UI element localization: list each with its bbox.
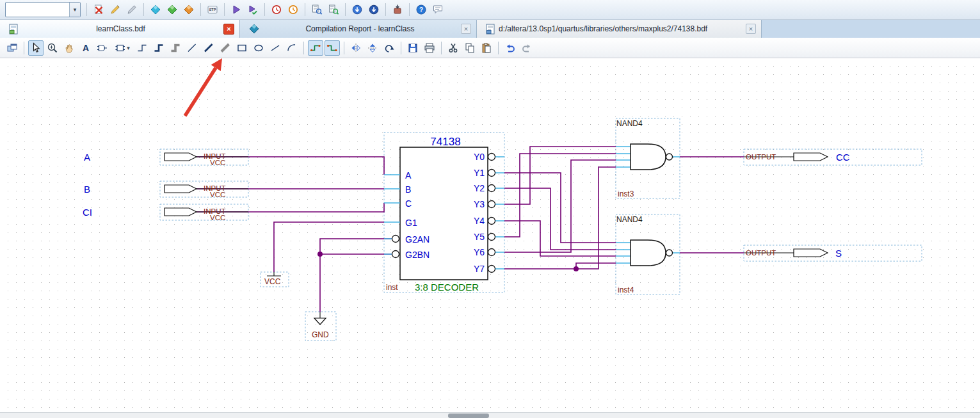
line-tool-button[interactable] [268, 40, 283, 56]
timequest-button[interactable] [269, 2, 284, 17]
diagonal-bus-tool-button[interactable] [201, 40, 216, 56]
stop-processing-button[interactable] [91, 2, 106, 17]
wire-y5[interactable] [504, 154, 616, 237]
fitter-tool-button[interactable] [181, 2, 197, 17]
pin-name-text: A [84, 152, 90, 163]
gate-type-text: NAND4 [616, 215, 643, 224]
comment-icon [432, 4, 444, 15]
analysis-tool-button[interactable] [165, 2, 180, 17]
toolbar-separator [200, 3, 201, 16]
programmer-button[interactable] [390, 2, 405, 17]
block-tool-dropdown-icon[interactable]: ▾ [127, 45, 130, 51]
nand-gate-body [631, 240, 666, 266]
flip-vertical-button[interactable] [365, 40, 380, 56]
nand4-inst4-symbol[interactable]: NAND4 inst4 [616, 215, 680, 294]
input-pin-ci[interactable]: INPUT VCC CI [83, 207, 248, 221]
rubberbanding-toggle-button[interactable] [308, 40, 323, 56]
selection-tool-button[interactable] [28, 40, 44, 56]
ellipse-tool-button[interactable] [251, 40, 266, 56]
pin-planner-icon [126, 4, 138, 15]
tab-close-button[interactable]: × [746, 24, 756, 34]
symbol-tool-button[interactable] [95, 40, 110, 56]
wire-y6[interactable] [504, 160, 616, 252]
bdf-document-icon [9, 24, 18, 35]
quartus-window: { "colors": { "wire": "#730073", "pin-te… [0, 0, 980, 418]
selection-tool-icon [30, 42, 42, 54]
diagonal-conduit-tool-button[interactable] [218, 40, 233, 56]
resource-combo[interactable]: ▾ [5, 2, 81, 17]
undo-button[interactable] [502, 40, 518, 56]
input-pin-a[interactable]: INPUT VCC A [84, 152, 248, 166]
toolbar-separator [441, 42, 442, 54]
nand4-inst3-symbol[interactable]: NAND4 inst3 [616, 119, 680, 198]
output-pin-cc[interactable]: OUTPUT CC [744, 152, 850, 163]
netlist-viewer-icon [311, 4, 323, 15]
combo-dropdown-icon[interactable]: ▾ [69, 3, 80, 17]
text-tool-button[interactable]: A [78, 40, 93, 56]
wire-y7[interactable] [504, 263, 616, 269]
help-button[interactable]: ? [414, 2, 429, 17]
technology-map-viewer-icon [328, 4, 339, 15]
rectangle-tool-button[interactable] [234, 40, 250, 56]
wire-y4[interactable] [504, 221, 616, 256]
copy-button[interactable] [462, 40, 478, 56]
wire-gnd-g2an[interactable] [320, 239, 392, 312]
wire-y2[interactable] [504, 188, 616, 250]
orthogonal-bus-tool-button[interactable] [151, 40, 166, 56]
tab-learnclass-bdf[interactable]: learnClass.bdf × [0, 20, 240, 38]
assignment-editor-button[interactable] [108, 2, 123, 17]
horizontal-scrollbar[interactable] [0, 412, 980, 418]
gnd-symbol[interactable]: GND [312, 312, 329, 339]
print-button[interactable] [422, 40, 437, 56]
instance-name-text: inst [386, 283, 398, 292]
bdf-document-icon [486, 24, 495, 35]
tab-close-button[interactable]: × [223, 24, 234, 35]
block-tool-button[interactable]: ▾ [111, 40, 133, 56]
arc-tool-button[interactable] [284, 40, 300, 56]
compiler-tool-button[interactable] [148, 2, 163, 17]
decoder-output-label: Y5 [474, 232, 485, 242]
timequest-wizard-button[interactable] [285, 2, 301, 17]
input-pin-b[interactable]: INPUT VCC B [84, 184, 248, 198]
horizontal-scrollbar-thumb[interactable] [448, 414, 489, 418]
detach-window-button[interactable] [4, 40, 20, 56]
signaltap-button[interactable]: STP [205, 2, 220, 17]
rtl-viewer-button[interactable] [349, 2, 365, 17]
pin-planner-button[interactable] [124, 2, 140, 17]
invert-bubble [392, 251, 399, 258]
tab-74138-bdf[interactable]: d:/altera/13.0sp1/quartus/libraries/othe… [477, 20, 762, 38]
comment-button[interactable] [430, 2, 446, 17]
programmer-icon [392, 4, 403, 15]
cut-button[interactable] [446, 40, 461, 56]
flip-horizontal-button[interactable] [348, 40, 364, 56]
start-compilation-button[interactable] [229, 2, 244, 17]
pan-tool-button[interactable] [61, 40, 77, 56]
vcc-symbol[interactable]: VCC [264, 272, 281, 286]
tab-compilation-report[interactable]: Compilation Report - learnClass × [240, 20, 477, 38]
diagonal-node-tool-button[interactable] [184, 40, 200, 56]
wire-y1[interactable] [504, 173, 616, 243]
wire-y7-branch[interactable] [576, 167, 616, 269]
orthogonal-node-tool-button[interactable] [134, 40, 150, 56]
toolbar-separator [143, 3, 144, 16]
output-pin-s[interactable]: OUTPUT S [744, 248, 842, 259]
toolbar-separator [401, 42, 401, 54]
zoom-tool-button[interactable] [45, 40, 60, 56]
decoder-output-label: Y1 [474, 168, 485, 178]
redo-button[interactable] [519, 40, 534, 56]
orthogonal-bus-tool-icon [153, 42, 165, 54]
wire-y3[interactable] [504, 147, 616, 204]
tab-close-button[interactable]: × [461, 24, 471, 34]
decoder-74138-symbol[interactable]: 74138 A B C G1 G2AN G2BN Y0 Y1 Y2 Y3 Y4 … [384, 136, 504, 293]
start-analysis-synthesis-button[interactable] [245, 2, 261, 17]
schematic-canvas[interactable]: INPUT VCC A INPUT VCC B INPUT VCC CI 741… [0, 58, 980, 412]
save-button[interactable] [405, 40, 421, 56]
partial-line-toggle-button[interactable] [325, 40, 340, 56]
orthogonal-conduit-tool-button[interactable] [168, 40, 183, 56]
netlist-viewer-button[interactable] [309, 2, 325, 17]
paste-button[interactable] [479, 40, 494, 56]
technology-map-viewer-button[interactable] [326, 2, 341, 17]
state-machine-viewer-button[interactable] [366, 2, 382, 17]
wire-vcc-g1[interactable] [274, 222, 384, 272]
rotate-90-button[interactable] [382, 40, 397, 56]
